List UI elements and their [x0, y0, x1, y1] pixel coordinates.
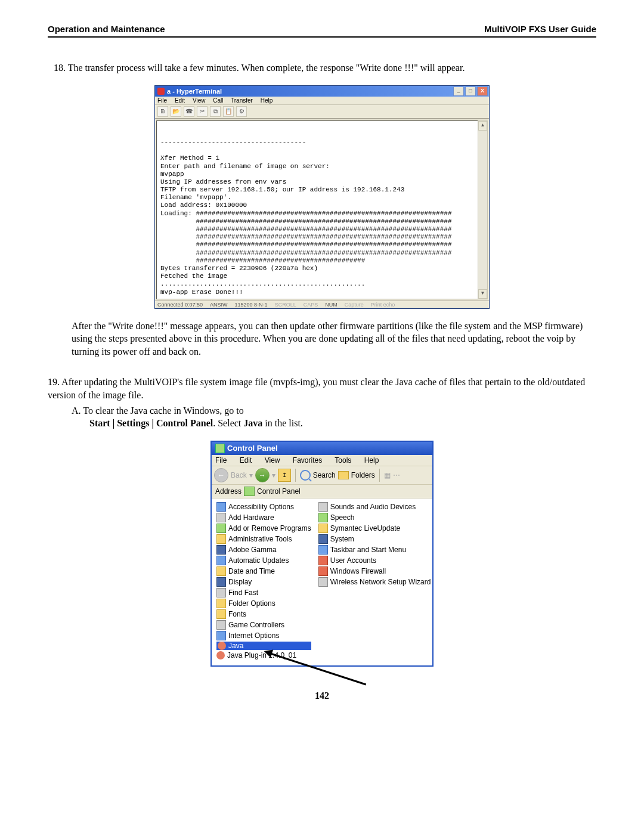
- cp-item-fonts[interactable]: Fonts: [216, 609, 311, 619]
- cp-item-label: Folder Options: [228, 599, 275, 608]
- folders-label[interactable]: Folders: [351, 471, 375, 479]
- paste-icon[interactable]: 📋: [223, 106, 234, 117]
- page-number: 142: [48, 690, 596, 701]
- cp-item-taskbar-and-start-menu[interactable]: Taskbar and Start Menu: [318, 545, 431, 555]
- cp-item-label: Game Controllers: [228, 621, 284, 629]
- mon-icon: [318, 534, 328, 544]
- menu-transfer[interactable]: Transfer: [231, 97, 253, 104]
- scroll-up-icon[interactable]: ▲: [478, 121, 487, 131]
- terminal-output[interactable]: ------------------------------------- Xf…: [156, 120, 488, 299]
- mon-icon: [216, 577, 226, 587]
- blue-icon: [216, 502, 226, 512]
- menu-file[interactable]: File: [157, 97, 167, 104]
- cp-item-folder-options[interactable]: Folder Options: [216, 599, 311, 608]
- cp-item-add-hardware[interactable]: Add Hardware: [216, 513, 311, 522]
- cp-item-game-controllers[interactable]: Game Controllers: [216, 620, 311, 630]
- cp-item-speech[interactable]: Speech: [318, 513, 431, 522]
- address-label: Address: [215, 487, 242, 496]
- cp-item-sounds-and-audio-devices[interactable]: Sounds and Audio Devices: [318, 502, 431, 512]
- extra-icon[interactable]: ⋯: [393, 471, 400, 479]
- search-label[interactable]: Search: [313, 471, 336, 479]
- cp-item-display[interactable]: Display: [216, 577, 311, 587]
- copy-icon[interactable]: ⧉: [210, 106, 221, 117]
- gray-icon: [318, 577, 328, 587]
- cp-item-label: Java: [228, 642, 243, 650]
- forward-button[interactable]: →: [255, 468, 270, 482]
- red-icon: [318, 556, 328, 565]
- control-panel-titlebar[interactable]: Control Panel: [212, 442, 432, 455]
- cp-item-label: Date and Time: [228, 567, 275, 575]
- cp-item-administrative-tools[interactable]: Administrative Tools: [216, 534, 311, 544]
- folders-icon[interactable]: [338, 471, 349, 479]
- disconnect-icon[interactable]: ✂: [197, 106, 208, 117]
- mon-icon: [216, 545, 226, 555]
- cp-item-internet-options[interactable]: Internet Options: [216, 631, 311, 640]
- control-panel-toolbar: ← Back ▾ → ▾ ↥ Search Folders ▦ ⋯: [212, 466, 432, 485]
- back-button[interactable]: ←: [214, 468, 228, 482]
- start-mid: . Select: [213, 418, 243, 428]
- cp-item-wireless-network-setup-wizard[interactable]: Wireless Network Setup Wizard: [318, 577, 431, 587]
- minimize-button[interactable]: _: [453, 86, 464, 96]
- cp-menu-edit[interactable]: Edit: [240, 456, 252, 465]
- cp-item-user-accounts[interactable]: User Accounts: [318, 556, 431, 565]
- cp-item-automatic-updates[interactable]: Automatic Updates: [216, 556, 311, 565]
- terminal-scrollbar[interactable]: ▲ ▼: [478, 120, 488, 299]
- java-icon: [216, 651, 225, 659]
- control-panel-menubar: File Edit View Favorites Tools Help: [212, 455, 432, 466]
- cp-item-label: Administrative Tools: [228, 535, 292, 543]
- cp-item-accessibility-options[interactable]: Accessibility Options: [216, 502, 311, 512]
- views-icon[interactable]: ▦: [384, 471, 391, 479]
- java-icon: [218, 642, 226, 650]
- menu-help[interactable]: Help: [261, 97, 273, 104]
- menu-view[interactable]: View: [193, 97, 206, 104]
- cp-item-windows-firewall[interactable]: Windows Firewall: [318, 566, 431, 576]
- menu-call[interactable]: Call: [213, 97, 223, 104]
- blue-icon: [216, 631, 226, 640]
- green-icon: [216, 524, 226, 533]
- cp-menu-tools[interactable]: Tools: [335, 456, 351, 465]
- forward-dropdown-icon[interactable]: ▾: [272, 471, 275, 479]
- hyperterminal-toolbar: 🗎 📂 ☎ ✂ ⧉ 📋 ⚙: [155, 105, 489, 119]
- status-port: 115200 8-N-1: [235, 302, 268, 308]
- properties-icon[interactable]: ⚙: [236, 106, 247, 117]
- status-connected: Connected 0:07:50: [157, 302, 203, 308]
- cp-item-java[interactable]: Java: [216, 642, 311, 650]
- cp-menu-help[interactable]: Help: [364, 456, 379, 465]
- status-printecho: Print echo: [371, 302, 395, 308]
- back-dropdown-icon[interactable]: ▾: [249, 471, 253, 479]
- hyperterminal-title: a - HyperTerminal: [167, 88, 222, 95]
- hyperterminal-titlebar[interactable]: a - HyperTerminal _ □ X: [155, 86, 489, 97]
- header-left: Operation and Maintenance: [48, 24, 165, 34]
- cp-item-symantec-liveupdate[interactable]: Symantec LiveUpdate: [318, 524, 431, 533]
- close-button[interactable]: X: [477, 86, 488, 96]
- cp-item-date-and-time[interactable]: Date and Time: [216, 566, 311, 576]
- cp-menu-file[interactable]: File: [215, 456, 227, 465]
- back-label: Back: [231, 471, 247, 479]
- scroll-down-icon[interactable]: ▼: [478, 289, 487, 299]
- connect-icon[interactable]: ☎: [184, 106, 194, 117]
- toolbar-separator: [295, 469, 296, 482]
- status-num: NUM: [325, 302, 338, 308]
- new-icon[interactable]: 🗎: [157, 106, 168, 117]
- maximize-button[interactable]: □: [465, 86, 476, 96]
- start-suffix: in the list.: [262, 418, 303, 428]
- cp-item-label: Taskbar and Start Menu: [330, 546, 406, 554]
- after-write-paragraph: After the "Write done!!!" message appear…: [72, 320, 596, 358]
- cp-item-add-or-remove-programs[interactable]: Add or Remove Programs: [216, 524, 311, 533]
- menu-edit[interactable]: Edit: [175, 97, 185, 104]
- cp-item-label: Wireless Network Setup Wizard: [330, 578, 431, 586]
- cp-menu-view[interactable]: View: [265, 456, 280, 465]
- cp-menu-favorites[interactable]: Favorites: [293, 456, 322, 465]
- start-java-bold: Java: [243, 418, 262, 428]
- step-19-text: 19. After updating the MultiVOIP's file …: [48, 376, 596, 401]
- gray-icon: [318, 502, 328, 512]
- open-icon[interactable]: 📂: [171, 106, 181, 117]
- address-bar: Address Control Panel: [212, 485, 432, 498]
- search-icon[interactable]: [300, 470, 311, 481]
- cp-item-find-fast[interactable]: Find Fast: [216, 588, 311, 597]
- cp-item-label: Add Hardware: [228, 513, 274, 522]
- address-value[interactable]: Control Panel: [257, 487, 301, 496]
- cp-item-adobe-gamma[interactable]: Adobe Gamma: [216, 545, 311, 555]
- cp-item-system[interactable]: System: [318, 534, 431, 544]
- up-button[interactable]: ↥: [278, 469, 291, 482]
